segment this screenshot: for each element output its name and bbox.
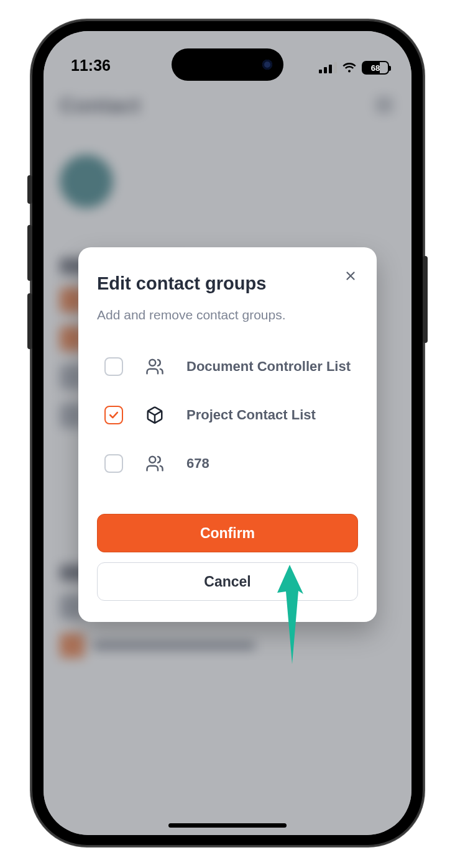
svg-point-0 [149, 360, 155, 366]
wifi-icon [342, 62, 357, 74]
phone-frame: 11:36 68 Contact [31, 20, 424, 846]
side-button [27, 293, 32, 349]
group-label: Document Controller List [186, 359, 351, 375]
group-item-document-controller[interactable]: Document Controller List [104, 356, 358, 377]
group-item-project-contact[interactable]: Project Contact List [104, 404, 358, 426]
status-time: 11:36 [71, 57, 111, 75]
battery-level: 68 [371, 63, 380, 73]
group-item-678[interactable]: 678 [104, 453, 358, 474]
cancel-button[interactable]: Cancel [97, 562, 358, 601]
group-list: Document Controller List Project Contact… [97, 356, 358, 474]
group-label: 678 [186, 455, 209, 472]
close-button[interactable] [339, 265, 362, 287]
home-indicator[interactable] [168, 823, 287, 828]
svg-point-2 [149, 457, 155, 463]
people-icon [144, 356, 165, 377]
group-checkbox[interactable] [104, 406, 123, 424]
modal-subtitle: Add and remove contact groups. [97, 308, 358, 322]
cube-icon [144, 404, 165, 426]
battery-indicator: 68 [362, 61, 389, 75]
screen: 11:36 68 Contact [44, 31, 411, 835]
group-label: Project Contact List [186, 407, 316, 423]
cellular-signal-icon [319, 62, 337, 73]
modal-title: Edit contact groups [97, 273, 358, 294]
edit-contact-groups-modal: Edit contact groups Add and remove conta… [78, 247, 377, 622]
group-checkbox[interactable] [104, 357, 123, 376]
dynamic-island [172, 48, 283, 81]
side-button [27, 175, 32, 204]
side-button [423, 256, 428, 343]
group-checkbox[interactable] [104, 454, 123, 473]
confirm-button[interactable]: Confirm [97, 514, 358, 552]
people-icon [144, 453, 165, 474]
close-icon [344, 269, 357, 283]
side-button [27, 225, 32, 281]
